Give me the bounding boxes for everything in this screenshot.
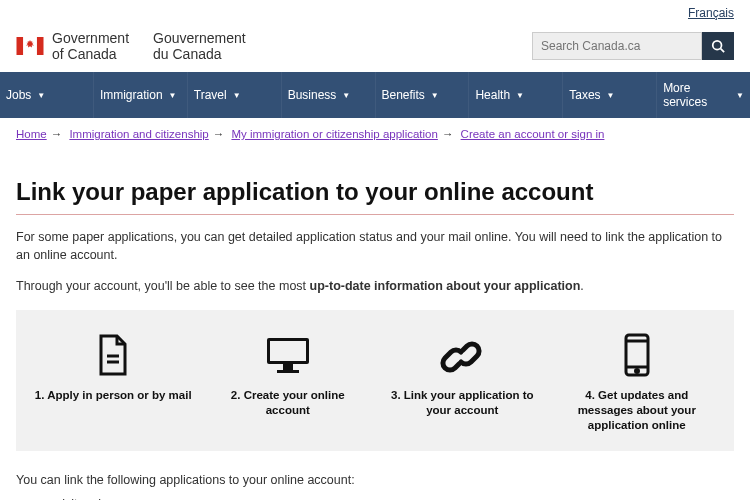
nav-jobs[interactable]: Jobs▼ <box>0 72 94 118</box>
chevron-down-icon: ▼ <box>169 91 177 100</box>
main-nav: Jobs▼ Immigration▼ Travel▼ Business▼ Ben… <box>0 72 750 118</box>
svg-rect-10 <box>277 370 299 373</box>
nav-more-services[interactable]: More services▼ <box>657 72 750 118</box>
site-header: Governmentof Canada Gouvernementdu Canad… <box>0 24 750 72</box>
nav-travel[interactable]: Travel▼ <box>188 72 282 118</box>
canada-flag-icon <box>16 37 44 55</box>
svg-rect-1 <box>37 37 44 55</box>
breadcrumb-my-application[interactable]: My immigration or citizenship applicatio… <box>231 128 437 140</box>
chevron-down-icon: ▼ <box>736 91 744 100</box>
step-4: 4. Get updates and messages about your a… <box>550 332 725 433</box>
list-intro: You can link the following applications … <box>16 473 734 487</box>
list-item: visitor visa <box>56 497 734 501</box>
monitor-icon <box>263 334 313 376</box>
steps-panel: 1. Apply in person or by mail 2. Create … <box>16 310 734 451</box>
chevron-down-icon: ▼ <box>431 91 439 100</box>
nav-health[interactable]: Health▼ <box>469 72 563 118</box>
link-icon <box>439 334 485 376</box>
svg-line-4 <box>721 49 725 53</box>
svg-point-3 <box>713 41 722 50</box>
nav-business[interactable]: Business▼ <box>282 72 376 118</box>
intro-paragraph-1: For some paper applications, you can get… <box>16 229 734 264</box>
language-toggle[interactable]: Français <box>688 6 734 20</box>
breadcrumb: Home→ Immigration and citizenship→ My im… <box>0 118 750 150</box>
nav-benefits[interactable]: Benefits▼ <box>376 72 470 118</box>
chevron-down-icon: ▼ <box>342 91 350 100</box>
intro-paragraph-2: Through your account, you'll be able to … <box>16 278 734 296</box>
title-rule <box>16 214 734 215</box>
phone-icon <box>623 333 651 377</box>
breadcrumb-home[interactable]: Home <box>16 128 47 140</box>
page-title: Link your paper application to your onli… <box>16 178 734 206</box>
step-2: 2. Create your online account <box>201 332 376 433</box>
svg-rect-0 <box>17 37 24 55</box>
svg-point-14 <box>635 369 638 372</box>
nav-immigration[interactable]: Immigration▼ <box>94 72 188 118</box>
breadcrumb-immigration[interactable]: Immigration and citizenship <box>69 128 208 140</box>
chevron-down-icon: ▼ <box>516 91 524 100</box>
search-input[interactable] <box>532 32 702 60</box>
breadcrumb-create-account[interactable]: Create an account or sign in <box>461 128 605 140</box>
government-wordmark: Governmentof Canada Gouvernementdu Canad… <box>52 30 246 62</box>
chevron-down-icon: ▼ <box>233 91 241 100</box>
applications-list: visitor visa work permit study permit <box>16 497 734 501</box>
search-button[interactable] <box>702 32 734 60</box>
chevron-down-icon: ▼ <box>607 91 615 100</box>
svg-rect-8 <box>270 341 306 361</box>
step-1: 1. Apply in person or by mail <box>26 332 201 433</box>
document-icon <box>95 334 131 376</box>
svg-rect-9 <box>283 364 293 370</box>
chevron-down-icon: ▼ <box>37 91 45 100</box>
step-3: 3. Link your application to your account <box>375 332 550 433</box>
search-icon <box>711 39 725 53</box>
nav-taxes[interactable]: Taxes▼ <box>563 72 657 118</box>
